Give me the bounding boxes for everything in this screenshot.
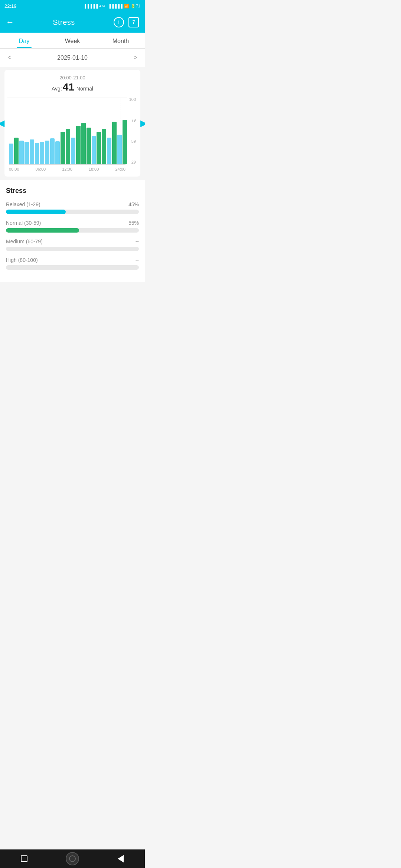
bar-6: [40, 98, 44, 164]
bar-fill-15: [87, 128, 91, 164]
bar-fill-8: [50, 138, 55, 164]
bar-fill-7: [45, 141, 49, 164]
status-time: 22:19: [4, 3, 17, 9]
next-date-button[interactable]: >: [133, 54, 137, 62]
x-label-18: 18:00: [89, 167, 99, 171]
bar-2: [19, 98, 24, 164]
bar-fill-3: [25, 142, 29, 164]
y-label-100: 100: [129, 98, 136, 102]
stress-item-label-medium: Medium (60-79): [6, 239, 43, 244]
chart-scroll-right[interactable]: ▶: [140, 118, 145, 128]
bar-16: [92, 98, 96, 164]
back-button[interactable]: ←: [6, 17, 14, 27]
chart-scroll-left[interactable]: ◀: [0, 118, 4, 128]
chart-y-labels: 100 79 59 29: [129, 98, 136, 164]
bar-fill-14: [81, 123, 86, 164]
bar-fill-4: [30, 139, 34, 164]
bar-4: [30, 98, 34, 164]
bar-8: [50, 98, 55, 164]
info-button[interactable]: i: [114, 17, 124, 27]
bar-5: [35, 98, 39, 164]
bar-13: [76, 98, 81, 164]
bar-20: [112, 98, 117, 164]
chart-avg-info: Avg:41 Normal: [7, 81, 137, 93]
progress-bg-medium: [6, 247, 139, 251]
bar-fill-13: [76, 126, 81, 164]
bar-7: [45, 98, 49, 164]
progress-bg-normal: [6, 228, 139, 233]
stress-item-value-relaxed: 45%: [128, 201, 139, 207]
signal2-icon: ▐▐▐▐▐: [108, 4, 123, 8]
bar-fill-12: [71, 138, 75, 164]
stress-section-title: Stress: [6, 187, 139, 195]
signal-icon: ▐▐▐▐▐: [83, 4, 98, 8]
stress-item-header-high: High (80-100)--: [6, 257, 139, 263]
bar-fill-5: [35, 143, 39, 164]
x-label-24: 24:00: [115, 167, 125, 171]
bar-fill-6: [40, 142, 44, 164]
main-content: < 2025-01-10 > ◀ ▶ 20:00-21:00 Avg:41 No…: [0, 49, 145, 305]
bar-fill-17: [97, 132, 101, 164]
network-label: 4.5G: [99, 4, 107, 8]
date-navigation: < 2025-01-10 >: [0, 49, 145, 67]
chart-container: ◀ ▶ 20:00-21:00 Avg:41 Normal: [4, 70, 140, 177]
stress-items-list: Relaxed (1-29)45%Normal (30-59)55%Medium…: [6, 201, 139, 270]
bar-fill-10: [61, 132, 65, 164]
prev-date-button[interactable]: <: [7, 54, 12, 62]
stress-item-relaxed: Relaxed (1-29)45%: [6, 201, 139, 214]
x-label-0: 00:00: [9, 167, 19, 171]
tab-day[interactable]: Day: [0, 33, 48, 48]
bar-fill-21: [117, 135, 122, 164]
stress-item-label-normal: Normal (30-59): [6, 220, 41, 226]
bar-15: [87, 98, 91, 164]
current-date: 2025-01-10: [57, 55, 88, 61]
y-label-59: 59: [131, 139, 136, 144]
bar-3: [25, 98, 29, 164]
bar-fill-1: [14, 138, 19, 164]
bar-14: [81, 98, 86, 164]
x-label-12: 12:00: [62, 167, 72, 171]
chart-time-range: 20:00-21:00: [7, 75, 137, 80]
tab-month[interactable]: Month: [97, 33, 145, 48]
tabs-container: Day Week Month: [0, 33, 145, 49]
top-bar-icons: i 7: [114, 17, 139, 27]
progress-fill-normal: [6, 228, 79, 233]
bar-0: [9, 98, 13, 164]
stress-item-label-relaxed: Relaxed (1-29): [6, 201, 40, 207]
stress-item-value-high: --: [136, 257, 139, 263]
chart-x-labels: 00:00 06:00 12:00 18:00 24:00: [7, 165, 137, 171]
bar-10: [61, 98, 65, 164]
bar-9: [55, 98, 60, 164]
bar-fill-22: [123, 120, 127, 164]
bar-19: [107, 98, 111, 164]
stress-item-normal: Normal (30-59)55%: [6, 220, 139, 233]
bars-area: [7, 98, 137, 164]
calendar-button[interactable]: 7: [128, 17, 139, 27]
info-icon: i: [118, 19, 119, 25]
bar-fill-9: [55, 141, 60, 164]
bar-fill-16: [92, 136, 96, 164]
progress-fill-relaxed: [6, 210, 66, 214]
tab-week[interactable]: Week: [48, 33, 97, 48]
calendar-icon: 7: [133, 20, 135, 25]
progress-bg-high: [6, 265, 139, 270]
stress-item-value-medium: --: [136, 239, 139, 244]
y-label-29: 29: [131, 160, 136, 164]
stress-item-medium: Medium (60-79)--: [6, 239, 139, 251]
bar-1: [14, 98, 19, 164]
stress-item-label-high: High (80-100): [6, 257, 38, 263]
page-title: Stress: [53, 18, 75, 27]
stress-item-high: High (80-100)--: [6, 257, 139, 270]
stress-item-value-normal: 55%: [128, 220, 139, 226]
bar-fill-18: [102, 129, 106, 164]
bar-22: [123, 98, 127, 164]
bar-21: [117, 98, 122, 164]
bar-11: [66, 98, 70, 164]
chart-inner: 100 79 59 29: [7, 98, 137, 164]
bar-17: [97, 98, 101, 164]
bar-fill-2: [19, 141, 24, 164]
wifi-icon: 📶: [124, 4, 129, 9]
bar-fill-0: [9, 144, 13, 164]
battery-icon: 🔋71: [131, 4, 140, 9]
bar-fill-19: [107, 138, 111, 164]
